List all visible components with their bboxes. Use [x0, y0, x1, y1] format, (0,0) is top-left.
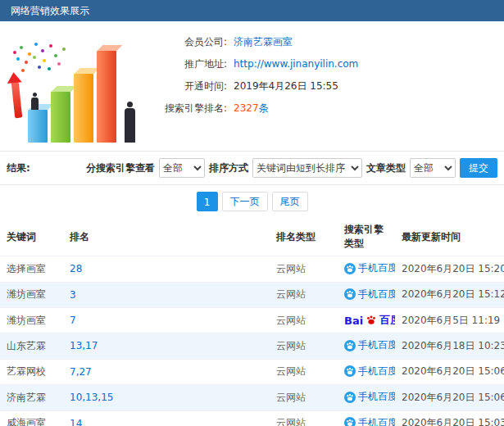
- keyword-cell: 威海画室: [0, 410, 63, 426]
- sort-filter-select[interactable]: 关键词由短到长排序: [252, 158, 362, 178]
- engine-cell: 手机百度: [338, 256, 395, 283]
- open-time-value: 2019年4月26日 15:55: [234, 80, 338, 92]
- updated-cell: 2020年6月20日 15:06: [395, 359, 504, 385]
- person-figure: [125, 108, 135, 143]
- chart-bar: [97, 51, 116, 143]
- keyword-cell: 潍坊画室: [0, 282, 63, 308]
- info-section: 会员公司:济南艺霖画室 推广地址:http://www.jinanyilin.c…: [0, 21, 504, 151]
- rank-type-text: 云网站: [276, 365, 306, 377]
- engine-cell: 手机百度: [338, 333, 395, 360]
- rank-total-row: 搜索引擎排名:2327条: [152, 97, 504, 120]
- chart-bar: [74, 74, 93, 143]
- results-table: 关键词 排名 排名类型 搜索引擎类型 最新更新时间 选择画室 28 云网站: [0, 218, 504, 426]
- keyword-text: 山东艺霖: [7, 340, 46, 351]
- rank-count-value: 2327: [234, 102, 259, 114]
- rank-link[interactable]: 3: [70, 289, 76, 301]
- rank-link[interactable]: 7,27: [70, 366, 92, 378]
- keyword-cell: 选择画室: [0, 256, 63, 283]
- promotion-url-link[interactable]: http://www.jinanyilin.com: [234, 58, 358, 70]
- sort-filter-label: 排序方式: [209, 161, 248, 175]
- rank-type-text: 云网站: [276, 417, 306, 426]
- updated-cell: 2020年6月20日 15:20: [395, 256, 504, 283]
- updated-time-text: 2020年6月20日 15:06: [402, 365, 504, 377]
- engine-name-text: 百度: [379, 313, 395, 328]
- baidu-paw-icon: [344, 392, 356, 403]
- rank-link[interactable]: 13,17: [70, 340, 98, 351]
- engine-filter-select[interactable]: 全部: [159, 158, 205, 178]
- chart-bar: [51, 92, 70, 143]
- rank-total-label: 搜索引擎排名:: [152, 97, 227, 120]
- table-row: 选择画室 28 云网站: [0, 256, 504, 283]
- company-label: 会员公司:: [152, 31, 227, 53]
- open-time-label: 开通时间:: [152, 75, 227, 97]
- baidu-paw-icon: [366, 315, 377, 326]
- rank-type-cell: 云网站: [270, 333, 338, 360]
- promotion-url-label: 推广地址:: [152, 53, 227, 75]
- rank-type-text: 云网站: [276, 315, 306, 326]
- engine-name-text: 手机百度: [358, 390, 395, 404]
- table-row: 潍坊画室 7 云网站 Bai: [0, 308, 504, 333]
- keyword-text: 选择画室: [7, 263, 46, 274]
- rank-link[interactable]: 10,13,15: [70, 392, 113, 403]
- member-info-panel: 会员公司:济南艺霖画室 推广地址:http://www.jinanyilin.c…: [152, 26, 504, 147]
- updated-time-text: 2020年6月20日 15:06: [402, 392, 504, 403]
- keyword-text: 济南艺霖: [7, 392, 46, 403]
- rank-link[interactable]: 28: [70, 263, 82, 274]
- updated-time-text: 2020年6月20日 15:12: [402, 288, 504, 300]
- engine-cell: 手机百度: [338, 359, 395, 385]
- rank-cell: 7,27: [63, 359, 270, 385]
- rank-type-text: 云网站: [276, 263, 306, 274]
- col-header-rank-type: 排名类型: [270, 218, 338, 256]
- keyword-text: 潍坊画室: [7, 315, 46, 326]
- filter-controls: 分搜索引擎查看 全部 排序方式 关键词由短到长排序 文章类型 全部 提交: [86, 158, 497, 178]
- table-row: 艺霖网校 7,27 云网站: [0, 359, 504, 385]
- updated-time-text: 2020年6月5日 11:19: [402, 315, 500, 326]
- engine-name-text: 手机百度: [358, 365, 395, 378]
- keyword-cell: 潍坊画室: [0, 308, 63, 333]
- engine-name-text: 手机百度: [358, 416, 395, 426]
- rank-type-text: 云网站: [276, 392, 306, 403]
- rank-cell: 13,17: [63, 333, 270, 360]
- updated-cell: 2020年6月18日 10:23: [395, 333, 504, 360]
- engine-link[interactable]: 手机百度: [344, 416, 395, 426]
- engine-link[interactable]: 手机百度: [344, 288, 395, 301]
- updated-time-text: 2020年6月18日 10:23: [402, 340, 504, 351]
- table-header-row: 关键词 排名 排名类型 搜索引擎类型 最新更新时间: [0, 218, 504, 256]
- updated-cell: 2020年6月20日 15:03: [395, 410, 504, 426]
- open-time-row: 开通时间:2019年4月26日 15:55: [152, 75, 504, 97]
- rank-type-cell: 云网站: [270, 308, 338, 333]
- col-header-engine-type: 搜索引擎类型: [338, 218, 395, 256]
- company-row: 会员公司:济南艺霖画室: [152, 31, 504, 53]
- rank-type-text: 云网站: [276, 288, 306, 300]
- col-header-updated: 最新更新时间: [395, 218, 504, 256]
- engine-link[interactable]: Bai 百: [344, 313, 395, 328]
- updated-time-text: 2020年6月20日 15:20: [402, 263, 504, 274]
- company-name-link[interactable]: 济南艺霖画室: [234, 36, 293, 48]
- engine-link[interactable]: 手机百度: [344, 390, 395, 404]
- updated-time-text: 2020年6月20日 15:03: [402, 417, 504, 426]
- rank-type-text: 云网站: [276, 340, 306, 351]
- pagination-next-button[interactable]: 下一页: [222, 192, 268, 211]
- engine-link[interactable]: 手机百度: [344, 261, 395, 275]
- table-row: 威海画室 14 云网站: [0, 410, 504, 426]
- page-title: 网络营销效果展示: [11, 5, 89, 16]
- table-row: 济南艺霖 10,13,15 云网站: [0, 385, 504, 411]
- baidu-paw-icon: [344, 288, 356, 300]
- rank-cell: 28: [63, 256, 270, 283]
- col-header-rank: 排名: [63, 218, 270, 256]
- rank-link[interactable]: 7: [70, 315, 76, 326]
- article-type-select[interactable]: 全部: [410, 158, 456, 178]
- rank-link[interactable]: 14: [70, 418, 82, 426]
- engine-cell: Bai 百: [338, 308, 395, 333]
- engine-link[interactable]: 手机百度: [344, 338, 395, 352]
- submit-button[interactable]: 提交: [460, 158, 497, 178]
- pagination-current-page[interactable]: 1: [197, 192, 218, 211]
- rank-type-cell: 云网站: [270, 410, 338, 426]
- rank-cell: 7: [63, 308, 270, 333]
- pagination-last-button[interactable]: 尾页: [272, 192, 308, 211]
- growth-arrow-icon: [11, 82, 23, 119]
- baidu-wordmark-text: Bai: [344, 315, 363, 327]
- baidu-paw-icon: [344, 365, 356, 377]
- table-row: 潍坊画室 3 云网站: [0, 282, 504, 308]
- engine-link[interactable]: 手机百度: [344, 365, 395, 378]
